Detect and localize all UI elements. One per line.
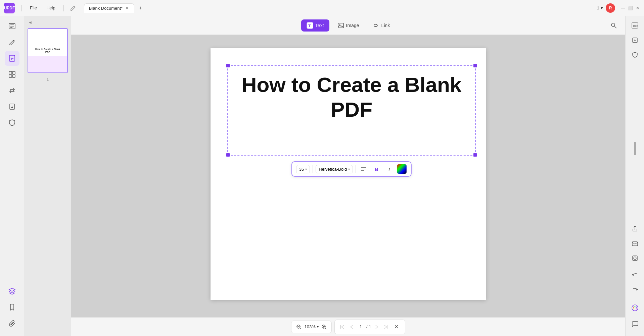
font-family-chevron[interactable]: ▾: [348, 167, 350, 171]
svg-point-38: [633, 307, 634, 308]
link-tool-icon: [372, 22, 379, 29]
handle-bottom-left[interactable]: [226, 153, 230, 157]
pdf-title: How to Create a Blank PDF: [235, 72, 468, 122]
page-chevron[interactable]: ▾: [601, 5, 603, 10]
window-controls: — ⬜ ✕: [620, 6, 640, 10]
toolbar-link-btn[interactable]: Link: [367, 19, 395, 32]
right-item-protect[interactable]: [628, 48, 642, 62]
font-size-chevron[interactable]: ▾: [305, 167, 307, 171]
tab-edit-icon: [69, 4, 77, 12]
menu-file[interactable]: File: [26, 4, 41, 12]
toolbar-text-btn[interactable]: T Text: [301, 19, 329, 32]
maximize-btn[interactable]: ⬜: [628, 6, 633, 10]
sidebar-item-organize[interactable]: [5, 67, 19, 82]
page-number: 1: [597, 5, 599, 10]
sidebar-item-layers[interactable]: [5, 284, 19, 298]
toolbar-close-btn[interactable]: ✕: [392, 322, 402, 332]
svg-rect-11: [12, 75, 15, 77]
handle-bottom-right[interactable]: [473, 153, 477, 157]
align-btn[interactable]: [359, 164, 369, 174]
left-sidebar: [0, 16, 24, 336]
pdf-canvas[interactable]: How to Create a Blank PDF 36 ▾ Helvetica…: [71, 35, 625, 317]
sidebar-item-extract[interactable]: [5, 99, 19, 114]
pdf-page[interactable]: How to Create a Blank PDF 36 ▾ Helvetica…: [211, 48, 486, 300]
zoom-chevron[interactable]: ▾: [317, 325, 319, 329]
format-divider-2: [356, 165, 356, 173]
svg-rect-8: [9, 71, 12, 74]
thumb-page-number: 1: [47, 77, 49, 81]
scroll-thumb[interactable]: [634, 142, 636, 155]
panel-collapse-btn[interactable]: ◀: [27, 19, 34, 25]
bold-btn[interactable]: B: [371, 164, 381, 174]
page-next-btn[interactable]: [373, 323, 381, 331]
right-sidebar: OCR: [625, 16, 644, 336]
app-logo-box: UPDF: [4, 3, 15, 13]
search-btn[interactable]: [609, 21, 618, 30]
scroll-area: [634, 63, 636, 221]
page-total: 1: [369, 324, 371, 329]
page-prev-btn[interactable]: [348, 323, 356, 331]
page-number-input[interactable]: [357, 324, 365, 329]
right-item-share[interactable]: [628, 222, 642, 235]
color-picker-btn[interactable]: [397, 164, 407, 174]
active-tab[interactable]: Blank Document* ✕: [84, 3, 134, 13]
toolbar-text-label: Text: [315, 23, 324, 28]
text-selection-box[interactable]: How to Create a Blank PDF 36 ▾ Helvetica…: [227, 65, 476, 156]
toolbar-image-btn[interactable]: Image: [332, 19, 365, 32]
right-item-watermark[interactable]: [628, 251, 642, 265]
undo-btn[interactable]: [628, 269, 642, 282]
menu-help[interactable]: Help: [42, 4, 59, 12]
thumb-bottom-area: [28, 56, 67, 72]
page-last-btn[interactable]: [382, 323, 390, 331]
sidebar-item-reader[interactable]: [5, 19, 19, 34]
right-item-ocr[interactable]: OCR: [628, 19, 642, 32]
page-nav: 1 ▾: [597, 5, 603, 10]
sidebar-item-convert[interactable]: [5, 83, 19, 98]
tab-separator: [63, 5, 64, 11]
font-size-select[interactable]: 36 ▾: [296, 165, 310, 173]
minimize-btn[interactable]: —: [620, 6, 625, 10]
updf-ai-btn[interactable]: [628, 301, 642, 315]
tab-close-btn[interactable]: ✕: [125, 6, 129, 10]
sidebar-item-annotate[interactable]: [5, 51, 19, 66]
svg-point-17: [611, 23, 615, 26]
close-btn[interactable]: ✕: [635, 6, 640, 10]
thumb-top-area: [28, 29, 67, 46]
new-tab-btn[interactable]: +: [136, 3, 145, 13]
zoom-value-display: 103% ▾: [304, 324, 318, 329]
titlebar-right: 1 ▾ R — ⬜ ✕: [597, 3, 640, 13]
thumb-text-area: How to Create a Blank PDF: [28, 46, 67, 56]
sidebar-item-edit[interactable]: [5, 35, 19, 50]
tab-bar: Blank Document* ✕ +: [84, 3, 145, 13]
font-family-value: Helvetica-Bold: [319, 167, 347, 172]
titlebar-separator: [21, 5, 22, 11]
user-avatar[interactable]: R: [606, 3, 615, 13]
chat-btn[interactable]: [628, 317, 642, 331]
svg-point-42: [636, 309, 637, 310]
format-divider-1: [313, 165, 313, 173]
app-logo[interactable]: UPDF: [4, 3, 15, 13]
bottom-bar: 103% ▾ / 1: [71, 317, 625, 336]
font-family-select[interactable]: Helvetica-Bold ▾: [316, 165, 353, 173]
page-separator: /: [366, 324, 368, 329]
sidebar-item-bookmark[interactable]: [5, 300, 19, 315]
zoom-out-btn[interactable]: [295, 323, 303, 331]
svg-text:T: T: [308, 23, 311, 28]
svg-point-41: [633, 309, 634, 310]
page-first-btn[interactable]: [338, 323, 346, 331]
sidebar-item-attachment[interactable]: [5, 316, 19, 331]
right-item-compress[interactable]: [628, 34, 642, 47]
text-format-bar: 36 ▾ Helvetica-Bold ▾ B I: [291, 161, 412, 177]
font-size-value: 36: [299, 167, 304, 172]
italic-btn[interactable]: I: [384, 164, 394, 174]
thumbnail-page-1[interactable]: How to Create a Blank PDF: [28, 28, 68, 73]
right-item-email[interactable]: [628, 237, 642, 250]
svg-rect-10: [9, 75, 12, 77]
handle-top-left[interactable]: [226, 64, 230, 67]
svg-rect-35: [633, 256, 637, 261]
redo-btn[interactable]: [628, 284, 642, 297]
sidebar-item-protect[interactable]: [5, 115, 19, 130]
handle-top-right[interactable]: [473, 64, 477, 67]
svg-point-40: [636, 307, 637, 308]
zoom-in-btn[interactable]: [320, 323, 328, 331]
